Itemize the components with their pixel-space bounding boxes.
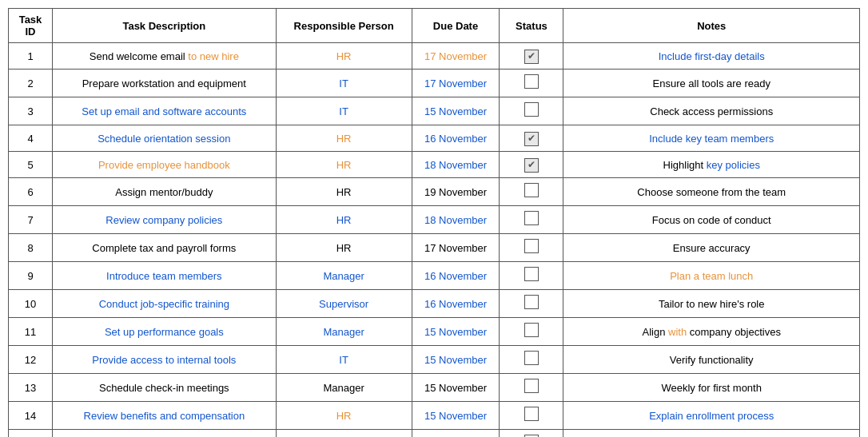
cell-description: Provide employee handbook — [52, 152, 276, 178]
cell-due-date: 18 November — [412, 206, 500, 234]
table-row: 14Review benefits and compensationHR15 N… — [9, 402, 860, 430]
cell-notes: Highlight key policies — [563, 152, 860, 178]
cell-due-date: 18 November — [412, 430, 500, 438]
table-row: 9Introduce team membersManager16 Novembe… — [9, 262, 860, 290]
cell-task-id: 11 — [9, 318, 53, 346]
cell-due-date: 17 November — [412, 70, 500, 97]
cell-task-id: 12 — [9, 346, 53, 374]
cell-notes: Plan a team lunch — [563, 262, 860, 290]
header-task-id: Task ID — [9, 9, 53, 43]
cell-responsible: Team — [276, 430, 412, 438]
cell-status[interactable] — [500, 346, 563, 374]
cell-status[interactable] — [500, 206, 563, 234]
cell-task-id: 8 — [9, 234, 53, 262]
cell-due-date: 16 November — [412, 262, 500, 290]
cell-due-date: 19 November — [412, 178, 500, 206]
cell-notes: Align with company objectives — [563, 318, 860, 346]
table-row: 1Send welcome email to new hireHR17 Nove… — [9, 43, 860, 70]
cell-task-id: 13 — [9, 374, 53, 402]
cell-notes: Choose someone from the team — [563, 178, 860, 206]
table-row: 4Schedule orientation sessionHR16 Novemb… — [9, 125, 860, 152]
header-status: Status — [500, 9, 563, 43]
table-row: 5Provide employee handbookHR18 NovemberH… — [9, 152, 860, 178]
cell-status[interactable] — [500, 374, 563, 402]
cell-due-date: 15 November — [412, 346, 500, 374]
cell-description: Review company policies — [52, 206, 276, 234]
cell-due-date: 15 November — [412, 402, 500, 430]
cell-due-date: 15 November — [412, 97, 500, 125]
cell-status[interactable] — [500, 43, 563, 70]
cell-responsible: Manager — [276, 374, 412, 402]
cell-task-id: 15 — [9, 430, 53, 438]
cell-due-date: 17 November — [412, 43, 500, 70]
cell-status[interactable] — [500, 178, 563, 206]
cell-responsible: Supervisor — [276, 290, 412, 318]
cell-task-id: 1 — [9, 43, 53, 70]
cell-responsible: HR — [276, 178, 412, 206]
cell-description: Prepare workstation and equipment — [52, 70, 276, 97]
cell-status[interactable] — [500, 430, 563, 438]
cell-description: Complete tax and payroll forms — [52, 234, 276, 262]
cell-responsible: HR — [276, 43, 412, 70]
cell-description: Review benefits and compensation — [52, 402, 276, 430]
cell-notes: Ensure all tools are ready — [563, 70, 860, 97]
cell-task-id: 14 — [9, 402, 53, 430]
cell-notes: Include first-day details — [563, 43, 860, 70]
cell-notes: Ensure accuracy — [563, 234, 860, 262]
cell-status[interactable] — [500, 262, 563, 290]
cell-notes: Check access permissions — [563, 97, 860, 125]
cell-status[interactable] — [500, 290, 563, 318]
cell-description: Set up email and software accounts — [52, 97, 276, 125]
cell-status[interactable] — [500, 70, 563, 97]
cell-notes: Weekly for first month — [563, 374, 860, 402]
cell-due-date: 16 November — [412, 125, 500, 152]
cell-notes: Focus on code of conduct — [563, 206, 860, 234]
cell-description: Schedule orientation session — [52, 125, 276, 152]
table-row: 13Schedule check-in meetingsManager15 No… — [9, 374, 860, 402]
cell-description: Celebrate the new hire's first week — [52, 430, 276, 438]
cell-due-date: 15 November — [412, 374, 500, 402]
cell-responsible: HR — [276, 402, 412, 430]
cell-due-date: 16 November — [412, 290, 500, 318]
table-row: 3Set up email and software accountsIT15 … — [9, 97, 860, 125]
cell-task-id: 3 — [9, 97, 53, 125]
table-row: 12Provide access to internal toolsIT15 N… — [9, 346, 860, 374]
table-row: 15Celebrate the new hire's first weekTea… — [9, 430, 860, 438]
cell-responsible: Manager — [276, 318, 412, 346]
cell-due-date: 18 November — [412, 152, 500, 178]
cell-status[interactable] — [500, 402, 563, 430]
cell-status[interactable] — [500, 125, 563, 152]
table-row: 10Conduct job-specific trainingSuperviso… — [9, 290, 860, 318]
cell-status[interactable] — [500, 318, 563, 346]
cell-description: Set up performance goals — [52, 318, 276, 346]
cell-task-id: 10 — [9, 290, 53, 318]
cell-description: Provide access to internal tools — [52, 346, 276, 374]
cell-description: Send welcome email to new hire — [52, 43, 276, 70]
table-row: 7Review company policiesHR18 NovemberFoc… — [9, 206, 860, 234]
cell-notes: Tailor to new hire's role — [563, 290, 860, 318]
cell-description: Introduce team members — [52, 262, 276, 290]
header-task-desc: Task Description — [52, 9, 276, 43]
cell-notes: Verify functionality — [563, 346, 860, 374]
cell-status[interactable] — [500, 234, 563, 262]
header-responsible: Responsible Person — [276, 9, 412, 43]
cell-notes: Explain enrollment process — [563, 402, 860, 430]
cell-description: Conduct job-specific training — [52, 290, 276, 318]
cell-status[interactable] — [500, 97, 563, 125]
cell-responsible: HR — [276, 234, 412, 262]
cell-status[interactable] — [500, 152, 563, 178]
cell-description: Assign mentor/buddy — [52, 178, 276, 206]
table-row: 11Set up performance goalsManager15 Nove… — [9, 318, 860, 346]
table-row: 8Complete tax and payroll formsHR17 Nove… — [9, 234, 860, 262]
table-header-row: Task ID Task Description Responsible Per… — [9, 9, 860, 43]
cell-responsible: IT — [276, 346, 412, 374]
cell-task-id: 7 — [9, 206, 53, 234]
cell-task-id: 6 — [9, 178, 53, 206]
cell-due-date: 17 November — [412, 234, 500, 262]
cell-responsible: Manager — [276, 262, 412, 290]
cell-responsible: HR — [276, 125, 412, 152]
cell-responsible: IT — [276, 70, 412, 97]
cell-task-id: 5 — [9, 152, 53, 178]
cell-responsible: IT — [276, 97, 412, 125]
table-row: 2Prepare workstation and equipmentIT17 N… — [9, 70, 860, 97]
